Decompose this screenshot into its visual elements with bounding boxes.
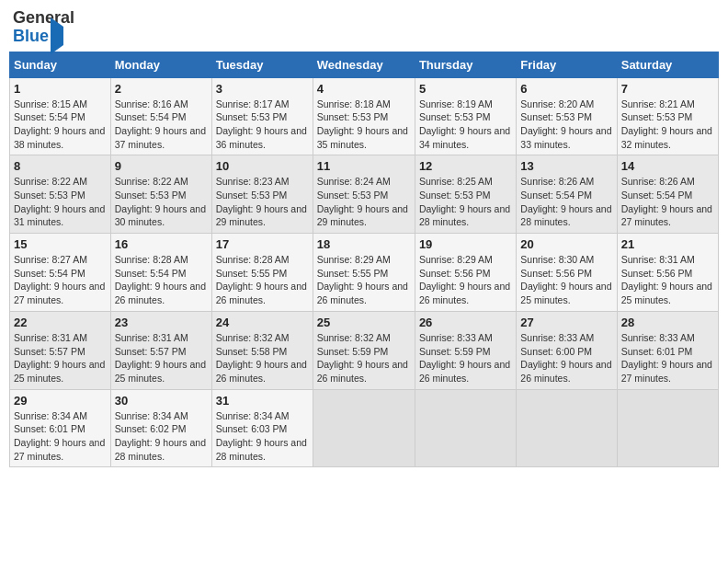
calendar-cell: 31 Sunrise: 8:34 AM Sunset: 6:03 PM Dayl… — [211, 389, 313, 467]
calendar-cell — [415, 389, 516, 467]
logo-general: General — [13, 8, 74, 27]
calendar-cell: 4 Sunrise: 8:18 AM Sunset: 5:53 PM Dayli… — [313, 77, 415, 155]
day-info: Sunrise: 8:28 AM Sunset: 5:54 PM Dayligh… — [115, 253, 208, 307]
calendar-cell: 8 Sunrise: 8:22 AM Sunset: 5:53 PM Dayli… — [10, 155, 111, 234]
day-info: Sunrise: 8:18 AM Sunset: 5:53 PM Dayligh… — [317, 98, 411, 152]
day-number: 18 — [317, 237, 411, 251]
day-info: Sunrise: 8:32 AM Sunset: 5:58 PM Dayligh… — [216, 331, 309, 385]
calendar-cell: 17 Sunrise: 8:28 AM Sunset: 5:55 PM Dayl… — [211, 234, 313, 312]
weekday-header-row: SundayMondayTuesdayWednesdayThursdayFrid… — [10, 52, 719, 77]
calendar-week-3: 15 Sunrise: 8:27 AM Sunset: 5:54 PM Dayl… — [10, 234, 719, 312]
calendar-cell: 14 Sunrise: 8:26 AM Sunset: 5:54 PM Dayl… — [617, 155, 718, 234]
calendar-cell: 19 Sunrise: 8:29 AM Sunset: 5:56 PM Dayl… — [415, 234, 516, 312]
day-number: 25 — [317, 316, 411, 329]
day-info: Sunrise: 8:22 AM Sunset: 5:53 PM Dayligh… — [14, 175, 107, 229]
day-number: 14 — [621, 159, 714, 173]
day-info: Sunrise: 8:26 AM Sunset: 5:54 PM Dayligh… — [621, 175, 714, 229]
day-info: Sunrise: 8:34 AM Sunset: 6:03 PM Dayligh… — [216, 409, 309, 464]
day-info: Sunrise: 8:34 AM Sunset: 6:01 PM Dayligh… — [14, 409, 107, 464]
calendar-cell: 12 Sunrise: 8:25 AM Sunset: 5:53 PM Dayl… — [415, 155, 516, 234]
day-info: Sunrise: 8:33 AM Sunset: 6:00 PM Dayligh… — [520, 331, 612, 385]
day-number: 20 — [520, 237, 612, 251]
calendar-cell: 27 Sunrise: 8:33 AM Sunset: 6:00 PM Dayl… — [517, 311, 617, 389]
day-info: Sunrise: 8:31 AM Sunset: 5:56 PM Dayligh… — [621, 253, 714, 307]
day-number: 5 — [419, 82, 512, 96]
calendar-cell — [313, 389, 415, 467]
logo-arrow-icon — [51, 17, 63, 54]
calendar-week-2: 8 Sunrise: 8:22 AM Sunset: 5:53 PM Dayli… — [10, 155, 719, 234]
calendar-cell: 25 Sunrise: 8:32 AM Sunset: 5:59 PM Dayl… — [313, 311, 415, 389]
weekday-thursday: Thursday — [415, 52, 516, 77]
day-number: 17 — [216, 237, 309, 251]
day-info: Sunrise: 8:24 AM Sunset: 5:53 PM Dayligh… — [317, 175, 411, 229]
logo: General Blue — [13, 9, 74, 46]
calendar-week-4: 22 Sunrise: 8:31 AM Sunset: 5:57 PM Dayl… — [10, 311, 719, 389]
day-info: Sunrise: 8:17 AM Sunset: 5:53 PM Dayligh… — [216, 98, 309, 152]
calendar-week-1: 1 Sunrise: 8:15 AM Sunset: 5:54 PM Dayli… — [10, 77, 719, 155]
day-number: 8 — [14, 159, 107, 173]
day-number: 22 — [14, 316, 107, 329]
day-number: 31 — [216, 394, 309, 408]
day-number: 19 — [419, 237, 512, 251]
weekday-tuesday: Tuesday — [211, 52, 313, 77]
day-number: 7 — [621, 82, 714, 96]
day-info: Sunrise: 8:20 AM Sunset: 5:53 PM Dayligh… — [520, 98, 612, 152]
calendar-cell: 15 Sunrise: 8:27 AM Sunset: 5:54 PM Dayl… — [10, 234, 111, 312]
calendar-cell: 1 Sunrise: 8:15 AM Sunset: 5:54 PM Dayli… — [10, 77, 111, 155]
day-info: Sunrise: 8:15 AM Sunset: 5:54 PM Dayligh… — [14, 98, 107, 152]
weekday-wednesday: Wednesday — [313, 52, 415, 77]
day-info: Sunrise: 8:34 AM Sunset: 6:02 PM Dayligh… — [115, 409, 208, 464]
day-info: Sunrise: 8:31 AM Sunset: 5:57 PM Dayligh… — [115, 331, 208, 385]
calendar-table: SundayMondayTuesdayWednesdayThursdayFrid… — [9, 52, 719, 468]
day-info: Sunrise: 8:33 AM Sunset: 5:59 PM Dayligh… — [419, 331, 512, 385]
day-number: 9 — [115, 159, 208, 173]
day-number: 4 — [317, 82, 411, 96]
day-number: 29 — [14, 394, 107, 408]
calendar-cell: 26 Sunrise: 8:33 AM Sunset: 5:59 PM Dayl… — [415, 311, 516, 389]
logo-blue: Blue — [13, 27, 49, 45]
day-number: 10 — [216, 159, 309, 173]
day-info: Sunrise: 8:16 AM Sunset: 5:54 PM Dayligh… — [115, 98, 208, 152]
day-number: 6 — [520, 82, 612, 96]
day-info: Sunrise: 8:22 AM Sunset: 5:53 PM Dayligh… — [115, 175, 208, 229]
calendar-cell: 22 Sunrise: 8:31 AM Sunset: 5:57 PM Dayl… — [10, 311, 111, 389]
day-info: Sunrise: 8:30 AM Sunset: 5:56 PM Dayligh… — [520, 253, 612, 307]
calendar-cell: 29 Sunrise: 8:34 AM Sunset: 6:01 PM Dayl… — [10, 389, 111, 467]
calendar-cell: 7 Sunrise: 8:21 AM Sunset: 5:53 PM Dayli… — [617, 77, 718, 155]
weekday-saturday: Saturday — [617, 52, 718, 77]
calendar-cell: 10 Sunrise: 8:23 AM Sunset: 5:53 PM Dayl… — [211, 155, 313, 234]
day-number: 21 — [621, 237, 714, 251]
day-info: Sunrise: 8:25 AM Sunset: 5:53 PM Dayligh… — [419, 175, 512, 229]
calendar-cell: 13 Sunrise: 8:26 AM Sunset: 5:54 PM Dayl… — [517, 155, 617, 234]
day-info: Sunrise: 8:32 AM Sunset: 5:59 PM Dayligh… — [317, 331, 411, 385]
page-header: General Blue — [9, 9, 719, 46]
day-number: 16 — [115, 237, 208, 251]
calendar-cell: 3 Sunrise: 8:17 AM Sunset: 5:53 PM Dayli… — [211, 77, 313, 155]
calendar-body: 1 Sunrise: 8:15 AM Sunset: 5:54 PM Dayli… — [10, 77, 719, 467]
calendar-cell: 9 Sunrise: 8:22 AM Sunset: 5:53 PM Dayli… — [110, 155, 211, 234]
day-info: Sunrise: 8:21 AM Sunset: 5:53 PM Dayligh… — [621, 98, 714, 152]
day-number: 26 — [419, 316, 512, 329]
day-info: Sunrise: 8:29 AM Sunset: 5:55 PM Dayligh… — [317, 253, 411, 307]
day-info: Sunrise: 8:28 AM Sunset: 5:55 PM Dayligh… — [216, 253, 309, 307]
day-number: 1 — [14, 82, 107, 96]
calendar-cell: 16 Sunrise: 8:28 AM Sunset: 5:54 PM Dayl… — [110, 234, 211, 312]
calendar-week-5: 29 Sunrise: 8:34 AM Sunset: 6:01 PM Dayl… — [10, 389, 719, 467]
day-number: 15 — [14, 237, 107, 251]
day-info: Sunrise: 8:23 AM Sunset: 5:53 PM Dayligh… — [216, 175, 309, 229]
calendar-cell: 20 Sunrise: 8:30 AM Sunset: 5:56 PM Dayl… — [517, 234, 617, 312]
calendar-cell — [517, 389, 617, 467]
day-info: Sunrise: 8:31 AM Sunset: 5:57 PM Dayligh… — [14, 331, 107, 385]
day-number: 12 — [419, 159, 512, 173]
day-number: 30 — [115, 394, 208, 408]
calendar-cell: 24 Sunrise: 8:32 AM Sunset: 5:58 PM Dayl… — [211, 311, 313, 389]
day-number: 2 — [115, 82, 208, 96]
calendar-cell: 11 Sunrise: 8:24 AM Sunset: 5:53 PM Dayl… — [313, 155, 415, 234]
calendar-cell: 21 Sunrise: 8:31 AM Sunset: 5:56 PM Dayl… — [617, 234, 718, 312]
calendar-cell: 30 Sunrise: 8:34 AM Sunset: 6:02 PM Dayl… — [110, 389, 211, 467]
day-number: 11 — [317, 159, 411, 173]
calendar-cell: 5 Sunrise: 8:19 AM Sunset: 5:53 PM Dayli… — [415, 77, 516, 155]
day-info: Sunrise: 8:27 AM Sunset: 5:54 PM Dayligh… — [14, 253, 107, 307]
day-info: Sunrise: 8:29 AM Sunset: 5:56 PM Dayligh… — [419, 253, 512, 307]
calendar-cell: 2 Sunrise: 8:16 AM Sunset: 5:54 PM Dayli… — [110, 77, 211, 155]
